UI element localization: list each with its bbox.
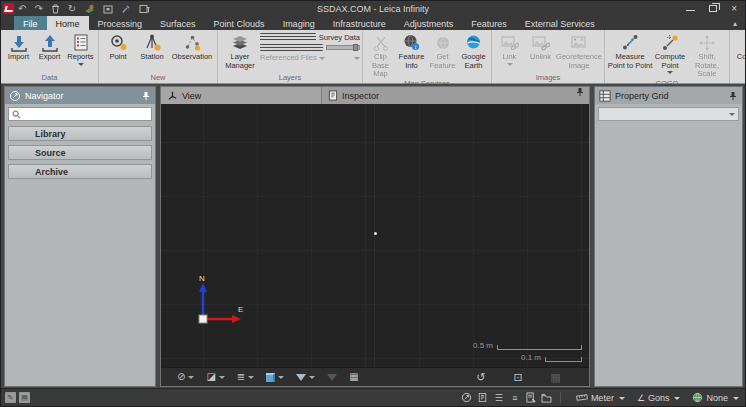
export-button[interactable]: Export xyxy=(34,31,65,62)
restore-icon[interactable] xyxy=(709,5,717,12)
disabled-view-icon: ▦ xyxy=(551,372,561,382)
tab-surfaces[interactable]: Surfaces xyxy=(151,16,205,30)
scale-bars: 0.5 m 0.1 m xyxy=(473,341,582,362)
refresh-icon[interactable]: ↻ xyxy=(68,3,76,14)
new-station-button[interactable]: Station xyxy=(135,31,169,62)
view-icon xyxy=(167,90,178,101)
inspector-toggle-icon[interactable] xyxy=(477,392,489,404)
coordinates-button[interactable]: Coordinates xyxy=(732,31,746,66)
reports-button[interactable]: Reports xyxy=(65,31,96,66)
search-icon xyxy=(12,110,21,119)
chevron-down-icon xyxy=(729,113,735,116)
length-unit-value: Meter xyxy=(591,393,614,403)
link-image-button: Link xyxy=(494,31,525,66)
edit-status-icon[interactable]: ✎ xyxy=(5,392,16,403)
scale-major-label: 0.5 m xyxy=(473,341,493,350)
ruler-icon xyxy=(576,393,588,402)
scale-minor-bar xyxy=(545,357,582,362)
feature-info-icon: i xyxy=(402,32,421,53)
referenced-files-label[interactable]: Referenced Files xyxy=(260,53,317,62)
chevron-down-icon[interactable] xyxy=(354,57,360,60)
chevron-down-icon xyxy=(733,397,739,400)
process-icon[interactable] xyxy=(84,3,95,14)
minimize-icon[interactable] xyxy=(686,10,695,11)
layer-manager-button[interactable]: Layer Manager xyxy=(220,31,260,70)
google-earth-button[interactable]: Google Earth xyxy=(458,31,489,70)
chevron-down-icon xyxy=(619,397,625,400)
export-icon xyxy=(41,32,59,53)
window-layout-icon[interactable] xyxy=(139,3,150,14)
import-button[interactable]: Import xyxy=(3,31,34,62)
navigator-header[interactable]: Navigator xyxy=(5,87,155,104)
reset-view-button[interactable]: ↺ xyxy=(476,372,485,382)
zoom-extents-button[interactable]: ⊡ xyxy=(513,372,522,382)
navigator-item-library[interactable]: Library xyxy=(8,126,152,141)
property-grid-header[interactable]: Property Grid xyxy=(595,87,742,104)
crs-value: None xyxy=(706,393,728,403)
compute-point-icon xyxy=(661,32,680,53)
tab-home[interactable]: Home xyxy=(47,16,89,30)
compute-point-button[interactable]: Compute Point xyxy=(653,31,687,74)
layers-tool-button[interactable]: ≣ xyxy=(237,372,254,382)
tools-icon[interactable] xyxy=(121,3,131,14)
scale-minor-label: 0.1 m xyxy=(521,353,541,362)
length-unit-selector[interactable]: Meter xyxy=(576,393,625,403)
report-toggle-icon[interactable] xyxy=(525,392,537,404)
ribbon-group-new: Point Station Observation New xyxy=(99,30,218,83)
new-observation-button[interactable]: Observation xyxy=(169,31,215,62)
delete-icon[interactable] xyxy=(51,3,60,14)
navigator-toggle-icon[interactable] xyxy=(461,392,473,404)
navigator-item-archive[interactable]: Archive xyxy=(8,164,152,179)
pin-icon[interactable] xyxy=(141,91,151,101)
undo-icon[interactable]: ↶ xyxy=(18,3,26,14)
archive-icon[interactable] xyxy=(103,3,113,14)
message-status-icon[interactable]: ▤ xyxy=(19,392,30,403)
tab-external-services[interactable]: External Services xyxy=(516,16,604,30)
tab-adjustments[interactable]: Adjustments xyxy=(395,16,463,30)
map-canvas[interactable]: N E 0.5 m 0.1 m xyxy=(161,104,589,367)
grid-toggle-button[interactable]: ▦ xyxy=(349,372,358,382)
new-point-button[interactable]: Point xyxy=(101,31,135,62)
angle-unit-selector[interactable]: ∠ Gons xyxy=(637,393,681,403)
project-folder-icon[interactable] xyxy=(541,392,553,404)
ribbon-tab-row: File Home Processing Surfaces Point Clou… xyxy=(1,16,745,30)
reports-icon xyxy=(73,32,89,53)
property-grid-title: Property Grid xyxy=(615,91,669,101)
tab-point-clouds[interactable]: Point Clouds xyxy=(205,16,274,30)
navigator-item-source[interactable]: Source xyxy=(8,145,152,160)
measure-point-to-point-button[interactable]: Measure Point to Point xyxy=(607,31,653,70)
chevron-down-icon xyxy=(319,57,325,60)
layer-opacity-slider[interactable] xyxy=(326,45,360,50)
ribbon-collapse-icon[interactable]: ▴ xyxy=(733,16,745,30)
ribbon: Import Export Reports Data Point xyxy=(1,30,745,84)
navigator-icon xyxy=(9,90,21,102)
tab-file[interactable]: File xyxy=(14,16,47,30)
property-grid-toggle-icon[interactable]: ☰ xyxy=(493,392,505,404)
feature-info-button[interactable]: i Feature Info xyxy=(396,31,427,70)
layers-visibility-widget[interactable]: Survey Data Referenced Files xyxy=(260,31,360,62)
select-tool-button[interactable]: ◪ xyxy=(206,372,224,382)
snap-tool-button[interactable]: ⊘ xyxy=(177,372,194,382)
tab-inspector[interactable]: Inspector xyxy=(322,87,575,104)
close-icon[interactable]: × xyxy=(731,4,737,14)
pin-icon[interactable] xyxy=(575,87,589,104)
slider-knob[interactable] xyxy=(353,44,358,51)
redo-icon[interactable]: ↷ xyxy=(34,3,42,14)
filter-tool-button[interactable] xyxy=(296,374,315,381)
tab-infrastructure[interactable]: Infrastructure xyxy=(324,16,395,30)
observation-icon xyxy=(183,32,202,53)
tab-features[interactable]: Features xyxy=(462,16,516,30)
navigator-search[interactable] xyxy=(8,107,152,121)
pin-icon[interactable] xyxy=(728,91,738,101)
tab-imaging[interactable]: Imaging xyxy=(274,16,324,30)
crs-selector[interactable]: None xyxy=(692,392,739,403)
navigator-search-input[interactable] xyxy=(24,109,148,119)
property-grid-selector[interactable] xyxy=(598,107,739,121)
rotate-icon: ↺ xyxy=(476,372,485,382)
view-mode-button[interactable] xyxy=(266,373,284,382)
tab-view[interactable]: View xyxy=(161,87,322,104)
survey-data-label: Survey Data xyxy=(319,33,360,42)
layer-manager-toggle-icon[interactable]: ≡ xyxy=(509,392,521,404)
tab-processing[interactable]: Processing xyxy=(89,16,152,30)
unlink-image-button: Unlink xyxy=(525,31,556,62)
